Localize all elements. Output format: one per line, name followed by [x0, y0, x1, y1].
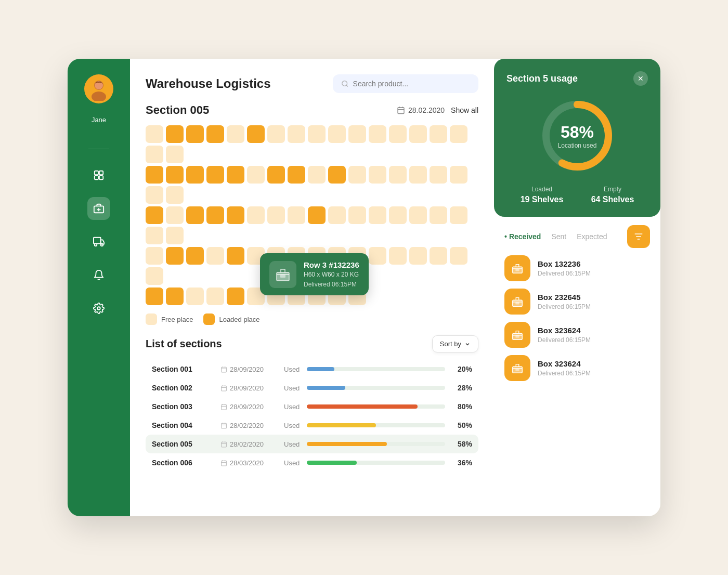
shelf-cell[interactable]	[227, 125, 244, 143]
shelf-cell[interactable]	[146, 186, 163, 204]
shelf-cell[interactable]	[146, 227, 163, 244]
shelf-cell[interactable]	[450, 166, 467, 184]
sidebar: Jane	[68, 59, 130, 516]
shelf-cell[interactable]	[146, 166, 163, 184]
shelf-cell[interactable]	[369, 166, 386, 184]
search-input[interactable]	[353, 80, 470, 88]
shelf-cell[interactable]	[389, 125, 407, 143]
shelf-cell[interactable]	[369, 247, 386, 265]
shelf-cell[interactable]	[206, 288, 224, 305]
table-row[interactable]: Section 004 28/02/2020 Used 50%	[146, 416, 478, 435]
shelf-cell[interactable]	[450, 125, 467, 143]
sidebar-item-truck[interactable]	[87, 230, 110, 253]
shelf-cell[interactable]	[430, 206, 447, 224]
tab-expected[interactable]: Expected	[577, 230, 607, 243]
table-row[interactable]: Section 005 28/02/2020 Used 58%	[146, 435, 478, 453]
shelf-cell[interactable]	[227, 166, 244, 184]
table-row[interactable]: Section 006 28/03/2020 Used 36%	[146, 453, 478, 472]
shelf-cell[interactable]	[227, 206, 244, 224]
shelf-cell[interactable]	[267, 125, 285, 143]
shelf-cell[interactable]	[348, 166, 366, 184]
shelf-cell[interactable]	[308, 166, 326, 184]
shelf-cell[interactable]	[247, 166, 265, 184]
shelf-cell[interactable]	[146, 206, 163, 224]
shelf-cell[interactable]	[430, 125, 447, 143]
shelf-cell[interactable]	[328, 125, 346, 143]
shelf-cell[interactable]	[206, 125, 224, 143]
shelf-cell[interactable]	[166, 288, 184, 305]
shelf-cell[interactable]	[328, 166, 346, 184]
shelf-cell[interactable]	[186, 125, 204, 143]
sidebar-item-dashboard[interactable]	[87, 164, 110, 187]
shelf-cell[interactable]	[288, 206, 305, 224]
filter-button[interactable]	[627, 225, 650, 248]
shelf-cell[interactable]	[389, 247, 407, 265]
shelf-cell[interactable]	[166, 247, 184, 265]
table-row[interactable]: Section 001 28/09/2020 Used 20%	[146, 360, 478, 378]
shelf-cell[interactable]	[166, 146, 184, 163]
table-row[interactable]: Section 003 28/09/2020 Used 80%	[146, 397, 478, 416]
shelf-cell[interactable]	[227, 247, 244, 265]
sidebar-item-settings[interactable]	[87, 297, 110, 320]
list-title: List of sections	[146, 338, 222, 350]
table-row[interactable]: Section 002 28/09/2020 Used 28%	[146, 378, 478, 397]
shelf-cell[interactable]	[146, 125, 163, 143]
package-time: Delivered 06:15PM	[538, 336, 591, 344]
shelf-cell[interactable]	[308, 125, 326, 143]
shelf-cell[interactable]	[146, 247, 163, 265]
shelf-cell[interactable]	[348, 125, 366, 143]
tab-received[interactable]: Received	[504, 230, 541, 243]
show-all-button[interactable]: Show all	[451, 106, 478, 114]
usage-stat-loaded: Loaded 19 Shelves	[521, 186, 564, 204]
shelf-cell[interactable]	[430, 247, 447, 265]
shelf-cell[interactable]	[348, 206, 366, 224]
shelf-cell[interactable]	[166, 166, 184, 184]
close-button[interactable]: ✕	[633, 71, 648, 86]
shelf-cell[interactable]	[267, 166, 285, 184]
shelf-cell[interactable]	[247, 125, 265, 143]
shelf-cell[interactable]	[409, 125, 427, 143]
shelf-cell[interactable]	[288, 125, 305, 143]
shelf-cell[interactable]	[146, 146, 163, 163]
shelf-cell[interactable]	[146, 288, 163, 305]
shelf-cell[interactable]	[450, 206, 467, 224]
sidebar-item-warehouse[interactable]	[87, 197, 110, 220]
shelf-cell[interactable]	[206, 166, 224, 184]
svg-rect-42	[222, 461, 227, 466]
shelf-cell[interactable]	[186, 247, 204, 265]
shelf-cell[interactable]	[206, 206, 224, 224]
box-icon	[274, 265, 292, 284]
list-item[interactable]: Box 232645 Delivered 06:15PM	[504, 289, 650, 315]
shelf-cell[interactable]	[166, 206, 184, 224]
shelf-cell[interactable]	[430, 166, 447, 184]
shelf-cell[interactable]	[389, 206, 407, 224]
shelf-cell[interactable]	[267, 206, 285, 224]
shelf-cell[interactable]	[308, 206, 326, 224]
shelf-cell[interactable]	[186, 166, 204, 184]
shelf-cell[interactable]	[288, 166, 305, 184]
shelf-cell[interactable]	[206, 247, 224, 265]
shelf-cell[interactable]	[166, 227, 184, 244]
shelf-cell[interactable]	[409, 206, 427, 224]
list-item[interactable]: Box 323624 Delivered 06:15PM	[504, 322, 650, 348]
shelf-cell[interactable]	[227, 288, 244, 305]
shelf-cell[interactable]	[409, 166, 427, 184]
shelf-cell[interactable]	[186, 206, 204, 224]
shelf-cell[interactable]	[369, 125, 386, 143]
shelf-cell[interactable]	[409, 247, 427, 265]
shelf-cell[interactable]	[146, 267, 163, 285]
shelf-cell[interactable]	[450, 247, 467, 265]
shelf-cell[interactable]	[328, 206, 346, 224]
shelf-cell[interactable]	[369, 206, 386, 224]
shelf-cell[interactable]	[166, 125, 184, 143]
sidebar-item-notifications[interactable]	[87, 264, 110, 286]
list-item[interactable]: Box 132236 Delivered 06:15PM	[504, 255, 650, 281]
shelf-cell[interactable]	[186, 288, 204, 305]
shelf-cell[interactable]	[389, 166, 407, 184]
search-bar[interactable]	[333, 74, 478, 93]
tab-sent[interactable]: Sent	[551, 230, 566, 243]
shelf-cell[interactable]	[247, 206, 265, 224]
sort-button[interactable]: Sort by	[432, 335, 478, 352]
shelf-cell[interactable]	[166, 186, 184, 204]
list-item[interactable]: Box 323624 Delivered 06:15PM	[504, 355, 650, 381]
